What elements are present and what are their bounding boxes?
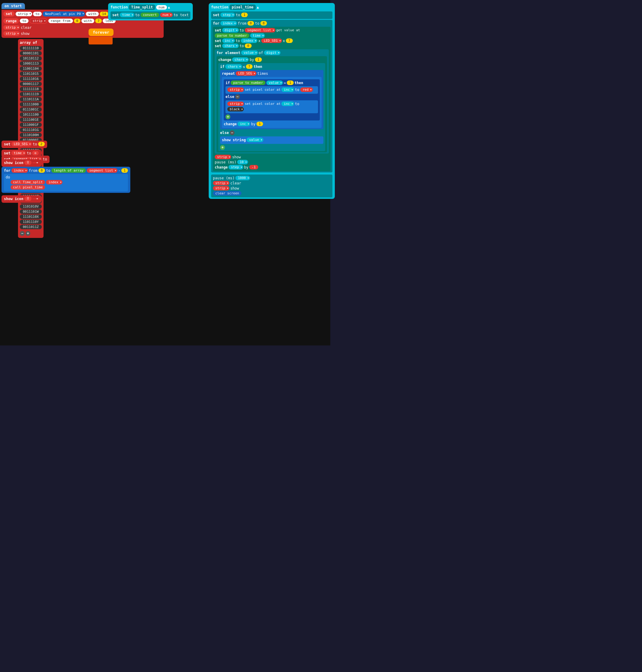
show-icon-1-block: show icon ⠿	[1, 159, 41, 167]
strip-pixel2-dropdown[interactable]: strip	[227, 102, 244, 106]
clear2-label: clear	[230, 181, 241, 185]
value2-dropdown[interactable]: value	[266, 80, 283, 85]
strip-show-dropdown[interactable]: strip	[3, 31, 20, 36]
array-item-11: 11111000	[20, 102, 42, 107]
strip-pixel-dropdown[interactable]: strip	[227, 87, 244, 92]
black-dropdown[interactable]: black	[227, 107, 244, 112]
array-item-8: 11111118	[20, 87, 42, 91]
lte-label: ≤	[243, 65, 245, 69]
index-dropdown[interactable]: index	[11, 168, 28, 173]
strip-dropdown[interactable]: strip	[16, 12, 32, 16]
set-led-seg-block: set LED_SEG to 2	[1, 141, 47, 148]
step-dropdown[interactable]: step	[220, 13, 235, 17]
pause-val2-dropdown[interactable]: 1000	[235, 176, 250, 180]
led-seg-dropdown[interactable]: LED_SEG	[11, 142, 32, 146]
array-item-9: 11011119	[20, 92, 42, 97]
time-func-dropdown[interactable]: time	[120, 13, 134, 17]
inc-pixel2-dropdown[interactable]: inc	[281, 102, 294, 106]
led-seg-value: 2	[38, 142, 45, 146]
strip-clear-dropdown[interactable]: strip	[3, 25, 20, 30]
else-minus-btn[interactable]: −	[235, 94, 240, 99]
minus-label: -	[118, 168, 120, 173]
call-time-split-index-dropdown[interactable]: index	[46, 180, 63, 185]
else2-minus-btn[interactable]: −	[230, 130, 234, 135]
digit-element-dropdown[interactable]: digit	[264, 50, 281, 55]
time-dropdown[interactable]: time	[11, 151, 26, 155]
call-pixel-time-label: call pixel_time	[11, 185, 45, 190]
from-label: from	[29, 168, 38, 173]
mult2-label: x	[283, 39, 285, 43]
inc-dropdown[interactable]: inc	[222, 38, 235, 43]
forever-label: forever	[93, 30, 109, 35]
by-inc-label: by	[251, 122, 255, 126]
for-element-label: for element	[217, 51, 240, 55]
to-val-pf: 8	[260, 21, 267, 26]
array-item-31: 1101010V	[20, 204, 42, 209]
for-to-label: to	[46, 168, 50, 173]
array-item-32: 0011101W	[20, 210, 42, 214]
segment-list-digit-dropdown[interactable]: segment list	[245, 28, 275, 33]
led-seg-inc-dropdown[interactable]: LED_SEG	[261, 38, 282, 43]
index-inc-dropdown[interactable]: index	[241, 38, 257, 43]
function-time-split-block: function Time_split num ▲ set time to co…	[108, 3, 193, 21]
to-time-label: to	[27, 151, 31, 155]
neopixel-dropdown[interactable]: NeoPixel at pin P0	[43, 11, 85, 16]
set-label: set	[3, 11, 15, 16]
clear-screen-label: clear screen	[213, 191, 241, 195]
array-of-label: array of	[20, 40, 37, 45]
strip-clear2-dropdown[interactable]: strip	[213, 181, 229, 185]
chars-dropdown[interactable]: chars	[222, 43, 239, 48]
segment-list-for-dropdown[interactable]: segment list	[87, 168, 117, 173]
strip-show-func-dropdown[interactable]: strip	[215, 155, 231, 159]
strip-show2-dropdown[interactable]: strip	[213, 186, 229, 190]
from-val: 0	[38, 168, 45, 173]
red-dropdown[interactable]: red	[300, 87, 313, 92]
num-func-dropdown[interactable]: num	[160, 13, 173, 17]
to-step-label: to	[236, 13, 240, 17]
chars-zero-val: 0	[245, 43, 252, 48]
array-add-btn[interactable]: +	[26, 231, 30, 236]
forever-body	[89, 37, 113, 45]
pause-ms-label: pause (ms)	[215, 160, 236, 164]
for-loop-main-block: for index from 0 to length of array segm…	[1, 167, 130, 193]
array-of-block: array of 01111110 00001101 10110112 1000…	[18, 39, 43, 238]
add-pixel-btn[interactable]: +	[226, 114, 230, 119]
value-element-dropdown[interactable]: value	[241, 50, 258, 55]
show-icon-1-label: show icon	[4, 161, 23, 165]
time-digit-dropdown[interactable]: time	[250, 33, 265, 38]
range-with-label: with	[81, 18, 94, 23]
pause-val-dropdown[interactable]: 10	[237, 160, 248, 164]
array-item-14: 1111001E	[20, 117, 42, 122]
show-icon-2-preview: ⠿	[24, 196, 31, 201]
step-change-dropdown[interactable]: step	[229, 165, 243, 169]
for-index-dropdown[interactable]: index	[220, 21, 237, 26]
change-inc-label: change	[224, 122, 236, 126]
set-led-seg-label: set	[4, 142, 11, 146]
led-seg-repeat-dropdown[interactable]: LED_SEG	[236, 71, 256, 76]
strip-range-dropdown[interactable]: strip	[29, 18, 47, 24]
inc-change-dropdown[interactable]: inc	[237, 122, 250, 126]
on-start-hat: on start	[1, 3, 25, 9]
chars-if-dropdown[interactable]: chars	[225, 64, 242, 69]
show-icon-2-dropdown[interactable]	[33, 199, 39, 199]
value3-dropdown[interactable]: value	[246, 138, 263, 142]
show3-label: show	[230, 186, 239, 190]
if2-label: if	[226, 81, 230, 85]
length-array-label: length of array	[51, 168, 86, 173]
forever-block: forever	[89, 28, 114, 45]
digit-dropdown[interactable]: digit	[222, 28, 239, 33]
by-inc-val: 1	[256, 122, 264, 126]
val7-label: 7	[286, 38, 293, 43]
array-remove-btn[interactable]: −	[20, 231, 25, 236]
range-set-label: range	[3, 18, 19, 24]
set-time-block: set time to ⊙	[1, 150, 41, 157]
chars-change-dropdown[interactable]: chars	[232, 58, 249, 62]
show-icon-1-dropdown[interactable]	[33, 163, 39, 163]
step-value: 1	[241, 13, 248, 17]
add-else2-btn[interactable]: +	[220, 145, 225, 150]
to-inc-label: to	[236, 39, 240, 43]
show-string-label: show string	[222, 138, 246, 142]
array-item-0: 01111110	[20, 46, 42, 50]
inc-pixel-dropdown[interactable]: inc	[281, 87, 294, 92]
array-item-1: 00001101	[20, 51, 42, 55]
